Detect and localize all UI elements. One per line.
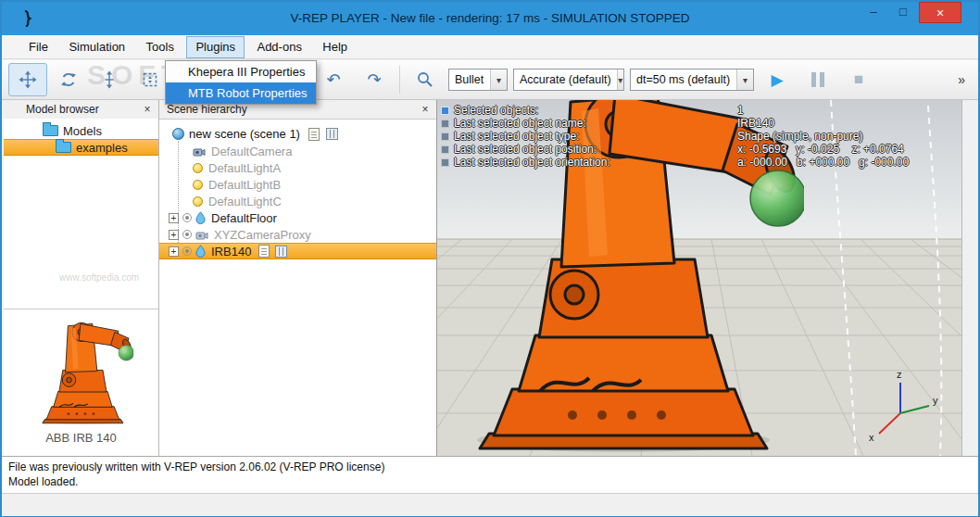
stop-simulation-button[interactable]: ■	[839, 63, 878, 96]
model-preview-caption: ABB IRB 140	[4, 431, 158, 445]
info-row-object-type: Last selected object type: Shape (simple…	[441, 130, 610, 143]
chevron-down-icon: ▾	[617, 69, 623, 90]
pan-arrows-icon	[19, 70, 37, 89]
selection-info-overlay: Selected objects: 1 Last selected object…	[441, 104, 610, 169]
status-line-2: Model loaded.	[8, 474, 978, 489]
expand-icon[interactable]: +	[169, 230, 179, 240]
menu-addons[interactable]: Add-ons	[248, 36, 309, 58]
chevron-down-icon: ▾	[736, 69, 753, 90]
model-preview-pane[interactable]: ABB IRB 140	[4, 310, 158, 456]
start-simulation-button[interactable]: ▶	[758, 63, 797, 96]
model-browser-close-icon[interactable]: ×	[141, 100, 154, 119]
tree-item-scene-root[interactable]: new scene (scene 1)	[159, 125, 436, 143]
light-icon	[193, 163, 203, 173]
camera-zoom-button[interactable]	[90, 63, 129, 96]
toolbar-overflow-button[interactable]: »	[950, 72, 973, 87]
menu-tools[interactable]: Tools	[138, 36, 182, 58]
window-bottom-strip	[2, 493, 978, 516]
fit-to-view-icon	[141, 70, 159, 89]
tree-item-examples[interactable]: examples	[4, 139, 158, 156]
zoom-selection-button[interactable]	[406, 63, 445, 96]
axis-y-label: y	[933, 395, 938, 406]
menu-item-mtb-robot-properties[interactable]: MTB Robot Properties	[166, 82, 316, 104]
scene-hierarchy-title: Scene hierarchy	[167, 103, 247, 116]
camera-icon	[195, 230, 208, 240]
tree-item-xyz-camera-proxy[interactable]: + XYZCameraProxy	[159, 226, 436, 243]
object-info-icon[interactable]	[258, 245, 270, 258]
visibility-icon[interactable]	[182, 246, 192, 256]
status-bar: File was previously written with V-REP v…	[2, 456, 978, 493]
scene-hierarchy-close-icon[interactable]: ×	[419, 100, 432, 119]
camera-rotate-button[interactable]	[49, 63, 88, 96]
info-label: Last selected object type:	[454, 130, 579, 143]
camera-pan-button[interactable]	[8, 63, 47, 96]
tree-item-irb140[interactable]: + IRB140	[159, 243, 436, 259]
zoom-arrows-icon	[100, 70, 119, 89]
tree-item-label: new scene (scene 1)	[189, 127, 300, 141]
right-gutter	[961, 100, 978, 456]
tree-item-label: DefaultLightA	[207, 161, 281, 175]
info-bullet-icon	[441, 145, 449, 154]
info-bullet-icon	[441, 107, 449, 115]
close-button[interactable]: ×	[919, 2, 961, 23]
minimize-button[interactable]: –	[860, 2, 887, 23]
undo-button[interactable]: ↶	[314, 63, 353, 96]
tree-item-label: XYZCameraProxy	[212, 228, 311, 242]
tree-item-models[interactable]: Models	[4, 122, 158, 139]
info-value: IRB140	[737, 117, 774, 130]
menu-item-khepera-properties[interactable]: Khepera III Properties	[166, 61, 316, 82]
shape-droplet-icon	[195, 245, 206, 258]
visibility-icon[interactable]	[182, 230, 192, 239]
tree-item-default-floor[interactable]: + DefaultFloor	[159, 209, 436, 226]
pause-simulation-button[interactable]	[798, 63, 837, 96]
visibility-icon[interactable]	[182, 213, 192, 222]
accuracy-value: Accurate (default)	[514, 73, 617, 86]
info-bullet-icon	[441, 132, 449, 141]
toolbar: ↶ ↷ Bullet ▾ Accurate (default) ▾ dt=50 …	[2, 60, 978, 100]
scene-views-icon[interactable]	[326, 128, 338, 140]
scene-info-icon[interactable]	[308, 128, 320, 141]
object-views-icon[interactable]	[275, 246, 287, 258]
status-line-1: File was previously written with V-REP v…	[8, 460, 978, 474]
viewport-3d[interactable]: z x y Selected objects: 1 Last selected …	[437, 100, 961, 456]
chevron-down-icon: ▾	[490, 69, 507, 90]
tree-item-default-camera[interactable]: DefaultCamera	[159, 143, 436, 159]
model-preview-thumbnail[interactable]	[27, 316, 136, 425]
info-label: Last selected object name:	[454, 117, 586, 130]
folder-icon	[56, 142, 71, 153]
timestep-select[interactable]: dt=50 ms (default) ▾	[630, 69, 754, 91]
tree-item-label: DefaultCamera	[209, 145, 292, 158]
menu-file[interactable]: File	[20, 36, 57, 58]
camera-fit-button[interactable]	[131, 63, 170, 96]
tree-item-default-light-a[interactable]: DefaultLightA	[159, 159, 436, 176]
pause-icon	[811, 72, 824, 87]
tree-item-label: DefaultFloor	[209, 211, 277, 225]
tree-item-label: examples	[76, 141, 128, 155]
camera-icon	[193, 146, 206, 157]
axis-x-label: x	[869, 432, 874, 443]
info-label: Last selected object orientation:	[454, 156, 610, 169]
menu-plugins[interactable]: Plugins	[186, 36, 245, 58]
info-value: a: -000.00 b: +000.00 g: -000.00	[737, 156, 909, 169]
maximize-button[interactable]: □	[889, 2, 917, 23]
info-row-selected-objects: Selected objects: 1	[441, 104, 610, 117]
info-label: Selected objects:	[454, 104, 538, 117]
shape-droplet-icon	[195, 211, 206, 224]
accuracy-select[interactable]: Accurate (default) ▾	[513, 69, 624, 91]
play-icon: ▶	[771, 70, 783, 90]
info-value: 1	[737, 104, 744, 117]
tree-item-label: DefaultLightC	[207, 195, 282, 208]
light-icon	[193, 196, 203, 207]
menu-help[interactable]: Help	[314, 36, 356, 58]
title-bar: V-REP PLAYER - New file - rendering: 17 …	[2, 2, 978, 35]
expand-icon[interactable]: +	[169, 213, 179, 223]
tree-item-default-light-b[interactable]: DefaultLightB	[159, 176, 436, 193]
tree-item-default-light-c[interactable]: DefaultLightC	[159, 193, 436, 209]
expand-icon[interactable]: +	[169, 246, 179, 257]
redo-button[interactable]: ↷	[355, 63, 394, 96]
menu-simulation[interactable]: Simulation	[60, 36, 133, 58]
info-bullet-icon	[441, 158, 449, 167]
tree-item-label: DefaultLightB	[207, 178, 281, 192]
physics-engine-select[interactable]: Bullet ▾	[448, 69, 508, 91]
timestep-value: dt=50 ms (default)	[631, 73, 736, 86]
